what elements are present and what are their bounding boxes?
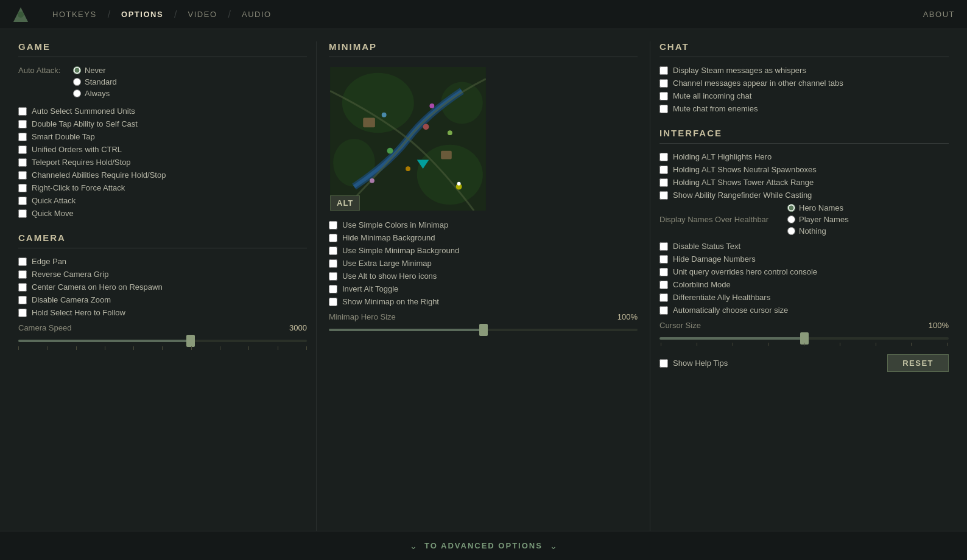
camera-check-hold-select[interactable]: Hold Select Hero to Follow [18, 308, 307, 317]
minimap-check-alt-icons[interactable]: Use Alt to show Hero icons [329, 271, 638, 281]
mute-incoming-checkbox[interactable] [659, 92, 668, 100]
cursor-size-input[interactable] [659, 337, 949, 340]
chat-check-steam[interactable]: Display Steam messages as whispers [659, 66, 949, 75]
disable-status-checkbox[interactable] [659, 242, 668, 251]
minimap-check-hide-bg[interactable]: Hide Minimap Background [329, 233, 638, 242]
camera-check-center[interactable]: Center Camera on Hero on Respawn [18, 282, 307, 292]
iface-check-holding-alt-tower[interactable]: Holding ALT Shows Tower Attack Range [659, 178, 949, 187]
iface-check-auto-cursor[interactable]: Automatically choose cursor size [659, 306, 949, 315]
hide-bg-checkbox[interactable] [329, 234, 337, 242]
auto-attack-never-label[interactable]: Never [85, 66, 106, 75]
camera-check-disable-zoom[interactable]: Disable Camera Zoom [18, 295, 307, 304]
minimap-check-minimap-right[interactable]: Show Minimap on the Right [329, 297, 638, 306]
nav-hotkeys[interactable]: HOTKEYS [41, 0, 108, 29]
iface-check-holding-alt-spawn[interactable]: Holding ALT Shows Neutral Spawnboxes [659, 165, 949, 174]
alt-icons-checkbox[interactable] [329, 272, 337, 281]
hero-size-input[interactable] [329, 329, 638, 331]
iface-check-diff-ally[interactable]: Differentiate Ally Healthbars [659, 293, 949, 302]
svg-point-1 [18, 12, 24, 18]
smart-double-checkbox[interactable] [18, 133, 27, 141]
extra-large-checkbox[interactable] [329, 259, 337, 268]
auto-attack-standard-radio[interactable] [73, 78, 81, 86]
game-check-right-click[interactable]: Right-Click to Force Attack [18, 183, 307, 192]
dn-nothing-label[interactable]: Nothing [799, 226, 826, 236]
right-click-checkbox[interactable] [18, 184, 27, 192]
mute-enemies-checkbox[interactable] [659, 105, 668, 113]
reverse-cam-checkbox[interactable] [18, 270, 27, 279]
holding-alt-tower-label: Holding ALT Shows Tower Attack Range [673, 178, 814, 187]
steam-whispers-checkbox[interactable] [659, 66, 668, 75]
minimap-check-simple-colors[interactable]: Use Simple Colors in Minimap [329, 220, 638, 229]
iface-check-disable-status[interactable]: Disable Status Text [659, 242, 949, 251]
logo-icon[interactable] [12, 6, 29, 23]
game-check-quick-attack[interactable]: Quick Attack [18, 196, 307, 205]
dn-player-label[interactable]: Player Names [799, 215, 849, 224]
nav-options[interactable]: OPTIONS [110, 0, 174, 29]
holding-alt-hero-checkbox[interactable] [659, 153, 668, 161]
iface-check-colorblind[interactable]: Colorblind Mode [659, 280, 949, 289]
double-tap-checkbox[interactable] [18, 120, 27, 128]
iface-check-hide-damage[interactable]: Hide Damage Numbers [659, 254, 949, 264]
minimap-right-checkbox[interactable] [329, 298, 337, 306]
svg-rect-7 [363, 118, 375, 128]
hold-select-checkbox[interactable] [18, 309, 27, 317]
chat-check-mute-incoming[interactable]: Mute all incoming chat [659, 91, 949, 100]
game-check-smart-double[interactable]: Smart Double Tap [18, 132, 307, 141]
dn-hero-radio[interactable] [787, 204, 795, 212]
auto-attack-group: Auto Attack: Never Standard Always [18, 66, 307, 98]
dn-player-radio[interactable] [787, 215, 795, 223]
quick-attack-checkbox[interactable] [18, 197, 27, 205]
reset-button[interactable]: RESET [887, 354, 949, 372]
invert-alt-checkbox[interactable] [329, 285, 337, 293]
unified-checkbox[interactable] [18, 145, 27, 154]
disable-zoom-checkbox[interactable] [18, 296, 27, 304]
advanced-options-link[interactable]: TO ADVANCED OPTIONS [424, 541, 543, 550]
camera-speed-input[interactable] [18, 340, 307, 342]
ability-range-checkbox[interactable] [659, 191, 668, 200]
center-cam-checkbox[interactable] [18, 283, 27, 292]
holding-alt-spawn-checkbox[interactable] [659, 166, 668, 174]
game-check-channeled[interactable]: Channeled Abilities Require Hold/Stop [18, 170, 307, 180]
hide-damage-checkbox[interactable] [659, 255, 668, 264]
minimap-check-extra-large[interactable]: Use Extra Large Minimap [329, 259, 638, 268]
colorblind-checkbox[interactable] [659, 281, 668, 289]
camera-check-edge-pan[interactable]: Edge Pan [18, 257, 307, 266]
simple-bg-checkbox[interactable] [329, 247, 337, 255]
nav-video[interactable]: VIDEO [177, 0, 228, 29]
nav-audio[interactable]: AUDIO [231, 0, 283, 29]
show-help-checkbox[interactable] [659, 359, 668, 368]
channel-msgs-checkbox[interactable] [659, 79, 668, 88]
interface-title: INTERFACE [659, 128, 949, 138]
iface-check-unit-query[interactable]: Unit query overrides hero control consol… [659, 267, 949, 276]
minimap-check-simple-bg[interactable]: Use Simple Minimap Background [329, 246, 638, 255]
iface-check-ability-range[interactable]: Show Ability Rangefinder While Casting [659, 191, 949, 200]
quick-move-checkbox[interactable] [18, 209, 27, 218]
chat-check-channel[interactable]: Channel messages appear in other channel… [659, 79, 949, 88]
dn-nothing-radio[interactable] [787, 227, 795, 235]
simple-colors-checkbox[interactable] [329, 221, 337, 229]
camera-check-reverse[interactable]: Reverse Camera Grip [18, 270, 307, 279]
minimap-check-invert-alt[interactable]: Invert Alt Toggle [329, 284, 638, 293]
auto-attack-standard-label[interactable]: Standard [85, 77, 117, 86]
auto-select-checkbox[interactable] [18, 107, 27, 116]
iface-check-holding-alt-hero[interactable]: Holding ALT Highlights Hero [659, 152, 949, 161]
game-check-auto-select[interactable]: Auto Select Summoned Units [18, 107, 307, 116]
unit-query-checkbox[interactable] [659, 268, 668, 276]
chat-check-mute-enemies[interactable]: Mute chat from enemies [659, 104, 949, 113]
diff-ally-checkbox[interactable] [659, 293, 668, 302]
teleport-checkbox[interactable] [18, 158, 27, 167]
game-check-teleport[interactable]: Teleport Requires Hold/Stop [18, 158, 307, 167]
show-help-row[interactable]: Show Help Tips [659, 359, 728, 368]
auto-cursor-checkbox[interactable] [659, 306, 668, 315]
dn-hero-label[interactable]: Hero Names [799, 203, 843, 212]
auto-attack-always-radio[interactable] [73, 89, 81, 97]
auto-attack-never-radio[interactable] [73, 66, 81, 74]
edge-pan-checkbox[interactable] [18, 257, 27, 266]
game-check-quick-move[interactable]: Quick Move [18, 209, 307, 218]
nav-about[interactable]: ABOUT [923, 10, 955, 19]
holding-alt-tower-checkbox[interactable] [659, 178, 668, 187]
game-check-double-tap[interactable]: Double Tap Ability to Self Cast [18, 119, 307, 128]
game-check-unified[interactable]: Unified Orders with CTRL [18, 145, 307, 154]
auto-attack-always-label[interactable]: Always [85, 89, 110, 98]
channeled-checkbox[interactable] [18, 171, 27, 180]
